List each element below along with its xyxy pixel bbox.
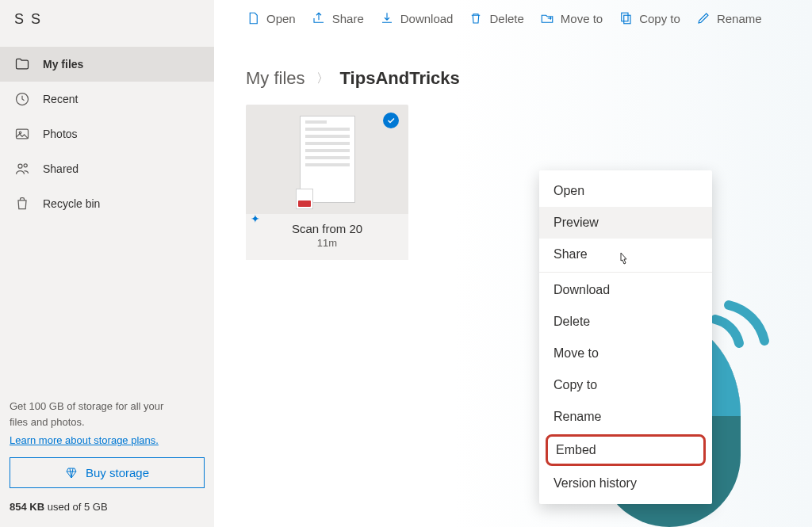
clock-icon — [14, 91, 30, 107]
pdf-badge-icon — [296, 189, 313, 209]
buy-storage-label: Buy storage — [86, 466, 149, 479]
ctx-delete[interactable]: Delete — [539, 306, 712, 338]
storage-used-value: 854 KB — [10, 501, 44, 513]
toolbar-download-label: Download — [400, 12, 454, 25]
ctx-move[interactable]: Move to — [539, 338, 712, 369]
storage-learn-more-link[interactable]: Learn more about storage plans. — [10, 434, 159, 446]
file-thumbnail — [246, 105, 408, 214]
recycle-bin-icon — [14, 196, 30, 212]
toolbar-move-button[interactable]: Move to — [540, 11, 603, 25]
sidebar-item-label: Photos — [43, 128, 78, 140]
ctx-version[interactable]: Version history — [539, 468, 712, 499]
photos-icon — [14, 126, 30, 142]
storage-usage: 854 KB used of 5 GB — [10, 501, 205, 513]
sidebar-item-photos[interactable]: Photos — [0, 116, 214, 151]
diamond-icon — [65, 467, 78, 479]
move-icon — [540, 11, 554, 25]
sidebar-item-recent[interactable]: Recent — [0, 82, 214, 116]
storage-promo-line1: Get 100 GB of storage for all your — [10, 400, 163, 412]
main: Open Share Download Delete Move to Copy … — [214, 0, 812, 527]
ctx-separator — [539, 272, 712, 273]
file-name: Scan from 20 — [252, 222, 402, 235]
shared-icon — [14, 161, 30, 177]
breadcrumb: My files 〉 TipsAndTricks — [214, 36, 812, 105]
trash-icon — [469, 11, 483, 25]
toolbar-move-label: Move to — [561, 12, 603, 25]
toolbar-copy-label: Copy to — [639, 12, 680, 25]
ctx-share[interactable]: Share — [539, 239, 712, 270]
context-menu: Open Preview Share Download Delete Move … — [539, 170, 712, 504]
toolbar-delete-button[interactable]: Delete — [469, 11, 523, 25]
sidebar: S S My files Recent Photos Shared Recycl… — [0, 0, 214, 527]
ctx-embed[interactable]: Embed — [546, 434, 706, 466]
sidebar-item-my-files[interactable]: My files — [0, 47, 214, 82]
sidebar-item-label: Recent — [43, 93, 78, 105]
toolbar-download-button[interactable]: Download — [380, 11, 454, 25]
sidebar-item-shared[interactable]: Shared — [0, 151, 214, 186]
download-icon — [380, 11, 394, 25]
storage-used-suffix: used of 5 GB — [44, 501, 108, 513]
toolbar-open-label: Open — [266, 12, 296, 25]
ctx-copy[interactable]: Copy to — [539, 369, 712, 401]
svg-point-4 — [24, 164, 27, 167]
toolbar: Open Share Download Delete Move to Copy … — [214, 0, 812, 36]
toolbar-open-button[interactable]: Open — [246, 11, 296, 25]
sidebar-item-label: Shared — [43, 162, 79, 175]
toolbar-copy-button[interactable]: Copy to — [619, 11, 680, 25]
pencil-icon — [696, 11, 710, 25]
storage-promo-line2: files and photos. — [10, 416, 85, 428]
sidebar-item-recycle[interactable]: Recycle bin — [0, 186, 214, 221]
copy-icon — [619, 11, 633, 25]
sidebar-item-label: My files — [43, 58, 83, 71]
storage-promo: Get 100 GB of storage for all your files… — [0, 386, 214, 527]
file-meta: 11m — [252, 237, 402, 249]
new-indicator-icon: ✦ — [251, 212, 260, 225]
toolbar-share-label: Share — [332, 12, 364, 25]
ctx-rename[interactable]: Rename — [539, 401, 712, 433]
share-icon — [312, 11, 326, 25]
buy-storage-button[interactable]: Buy storage — [10, 457, 205, 488]
chevron-right-icon: 〉 — [316, 71, 329, 87]
toolbar-share-button[interactable]: Share — [312, 11, 364, 25]
file-icon — [246, 11, 260, 25]
ctx-open[interactable]: Open — [539, 175, 712, 207]
svg-point-3 — [18, 164, 22, 168]
toolbar-rename-label: Rename — [717, 12, 762, 25]
selected-check-icon[interactable] — [383, 113, 399, 128]
breadcrumb-current: TipsAndTricks — [340, 68, 460, 89]
svg-rect-6 — [624, 15, 630, 24]
file-card[interactable]: ✦ Scan from 20 11m — [246, 105, 408, 260]
ctx-download[interactable]: Download — [539, 274, 712, 306]
sidebar-item-label: Recycle bin — [43, 197, 100, 210]
toolbar-delete-label: Delete — [489, 12, 523, 25]
svg-rect-5 — [622, 13, 628, 21]
ctx-preview[interactable]: Preview — [539, 207, 712, 239]
nav: My files Recent Photos Shared Recycle bi… — [0, 47, 214, 221]
folder-icon — [14, 56, 30, 72]
breadcrumb-root[interactable]: My files — [246, 68, 305, 89]
toolbar-rename-button[interactable]: Rename — [696, 11, 762, 25]
brand-label: S S — [0, 0, 214, 39]
